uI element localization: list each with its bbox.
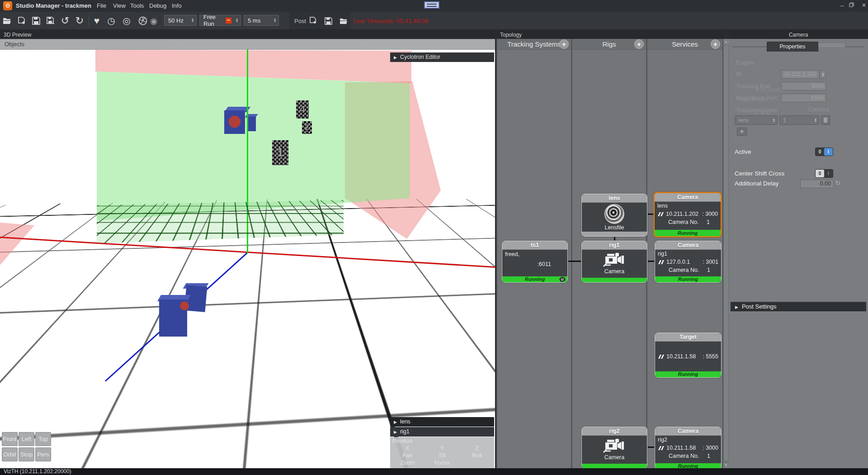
view-orbit-button[interactable]: Orbit [2,447,18,461]
node-title: Target [655,333,721,342]
lens-section-bar[interactable]: ▶lens [390,417,494,427]
view-stop-button[interactable]: Stop [19,447,34,461]
delay-select[interactable]: 5 ms ▲▼ [244,15,279,26]
menu-tools[interactable]: Tools [130,0,144,12]
status-bar: VizTH (10.211.1.202:20000) [0,468,868,475]
network-icon [658,260,665,265]
heart-icon[interactable]: ♥ [90,15,103,27]
rig-caption: Camera [582,268,647,275]
post-save-icon[interactable] [322,15,335,27]
minimize-button[interactable]: – [837,0,847,11]
additional-delay-input[interactable]: 0.00 [800,180,834,188]
lens-icon [604,204,624,224]
view-pers-button[interactable]: Pers [35,447,51,461]
topology-node-camera-lens[interactable]: Camera lens 10.211.1.202 : 3000 Camera N… [654,192,722,237]
open-folder-icon[interactable] [1,15,14,27]
objects-header[interactable]: Objects [0,39,495,50]
restore-button[interactable] [849,0,859,7]
scroll-up-icon[interactable]: ▲ [723,39,729,45]
topology-node-rig1[interactable]: rig1 Camera [581,241,647,283]
save-as-icon[interactable] [44,15,57,27]
active-label: Active [735,148,751,155]
tracking-system-select[interactable]: lens ▲▼ [735,115,778,125]
post-label: Post [294,18,306,24]
message-bubble-icon[interactable] [559,277,566,282]
map-world-port-input[interactable]: 6100 [781,94,826,102]
center-shift-toggle[interactable]: 0 I [815,169,833,178]
clock-icon[interactable]: ◷ [105,15,118,27]
zoom-label: Zoom [390,460,425,466]
rig1-section-label: rig1 [400,428,410,435]
camera-model-rig1[interactable] [159,283,213,339]
toggle-on-segment[interactable]: I [824,170,833,177]
view-top-button[interactable]: Top [35,432,51,446]
close-button[interactable]: × [859,0,868,11]
camera-source: rig2 [658,437,667,443]
ip-input[interactable]: 10.211.1.202 [781,70,819,79]
axis-y-label: Y [425,445,459,451]
add-rig-button[interactable]: + [634,39,644,49]
3d-viewport[interactable]: 4 2 1 Objects ▶Cyclotron Editor Front Le… [0,39,495,468]
toggle-off-segment[interactable]: 0 [816,170,824,177]
node-status [582,464,647,468]
tracking-system-value: lens [738,117,770,124]
dock-indicator [424,1,439,9]
camera-no-value: 1 [707,453,710,459]
target-icon[interactable]: ◎ [120,15,133,27]
inactive-tab[interactable] [817,43,845,47]
toggle-on-segment[interactable]: I [824,148,833,156]
rotate-ccw-icon[interactable]: ↺ [59,15,71,27]
view-left-button[interactable]: Left [19,432,34,446]
menu-view[interactable]: View [113,0,126,12]
live-stop-indicator: – [226,18,231,24]
scrollbar-thumb[interactable] [724,45,728,461]
delay-refresh-icon[interactable]: ↻ [835,180,840,186]
topology-node-target[interactable]: Target 10.211.1.58 : 5555 Running [655,332,722,378]
app-icon: ⚙ [3,1,12,10]
menu-debug[interactable]: Debug [149,0,166,12]
topology-node-camera-rig1[interactable]: Camera rig1 127.0.0.1 : 3001 Camera No. … [655,241,722,283]
post-open-folder-icon[interactable] [337,15,350,27]
crosshair-icon[interactable]: ◉ [147,15,160,27]
topology-node-rig2[interactable]: rig2 Camera [581,427,647,468]
post-new-file-icon[interactable] [307,15,319,27]
camera-model-lens[interactable] [224,105,260,137]
topology-node-ts1[interactable]: ts1 freed, :6011 Running [502,241,568,283]
network-icon [657,212,664,217]
link-ts1-rig1 [568,261,581,262]
rotate-cw-icon[interactable]: ↻ [73,15,86,27]
post-settings-section[interactable]: ▶Post Settings [731,302,866,311]
add-tracking-system-button[interactable]: + [559,39,569,49]
toggle-off-segment[interactable]: 0 [816,148,824,156]
view-front-button[interactable]: Front [2,432,18,446]
tab-properties[interactable]: Properties [767,42,818,52]
camera-no-label: Camera No. [669,267,699,273]
expand-arrow-icon: ▶ [394,430,397,434]
topology-node-lens[interactable]: lens Lensfile [581,194,647,237]
camera-number-select[interactable]: 1 ▲▼ [779,115,819,125]
rate-select[interactable]: 50 Hz ▲▼ [164,15,197,26]
delete-mapping-button[interactable] [821,115,830,125]
additional-delay-label: Additional Delay [735,180,779,187]
new-file-icon[interactable] [15,15,28,27]
tracking-port-input[interactable]: 3000 [781,82,826,90]
camera-panel-title: Camera [729,31,868,39]
cyclotron-editor-bar[interactable]: ▶Cyclotron Editor [390,52,494,62]
add-mapping-button[interactable]: + [737,128,747,136]
camera-column-label: Camera [808,106,829,113]
topology-panel[interactable]: Tracking Systems + Rigs + Services + ts1 [496,39,723,468]
tilt-label: Tilt [425,452,459,459]
ip-spinner[interactable]: ▲▼ [820,70,826,79]
scroll-down-icon[interactable]: ▼ [723,462,729,468]
rig-caption: Camera [582,454,647,461]
save-icon[interactable] [30,15,42,27]
mode-select[interactable]: Free Run – ▲▼ [199,15,241,26]
rig1-section-bar[interactable]: ▶rig1 [390,427,494,437]
active-toggle[interactable]: 0 I [815,147,833,156]
topology-scrollbar[interactable]: ▲ ▼ [723,39,729,468]
topology-node-camera-rig2[interactable]: Camera rig2 10.211.1.58 : 3000 Camera No… [655,427,722,468]
menu-info[interactable]: Info [172,0,182,12]
add-service-button[interactable]: + [711,39,720,49]
node-title: rig1 [582,241,647,250]
menu-file[interactable]: File [97,0,106,12]
